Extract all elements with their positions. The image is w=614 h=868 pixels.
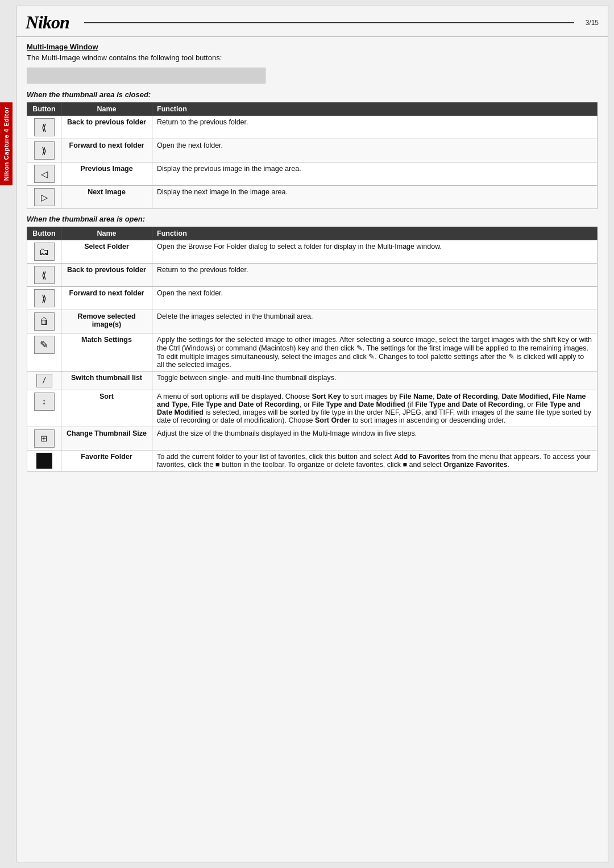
switch-thumbnail-icon: / bbox=[36, 374, 52, 387]
open-col-button: Button bbox=[27, 227, 61, 240]
nikon-logo: Nikon bbox=[26, 12, 69, 33]
btn-fwd-next-closed: ⟫ bbox=[27, 139, 61, 162]
name-remove-images: Remove selected image(s) bbox=[61, 310, 152, 333]
open-table: Button Name Function 🗂 Select Folder Ope… bbox=[27, 227, 598, 471]
name-fwd-next-open: Forward to next folder bbox=[61, 287, 152, 310]
name-favorite-folder: Favorite Folder bbox=[61, 450, 152, 471]
btn-sort: ↕ bbox=[27, 390, 61, 427]
table-row: ⟪ Back to previous folder Return to the … bbox=[27, 264, 598, 287]
remove-images-icon: 🗑 bbox=[34, 312, 55, 331]
back-prev-open-icon: ⟪ bbox=[34, 266, 55, 284]
closed-table: Button Name Function ⟪ Back to previous … bbox=[27, 102, 598, 209]
prev-img-icon: ◁ bbox=[34, 165, 55, 183]
match-settings-icon: ✎ bbox=[34, 336, 55, 354]
closed-subtitle: When the thumbnail area is closed: bbox=[27, 90, 598, 99]
header-divider bbox=[84, 22, 574, 23]
section-title: Multi-Image Window bbox=[27, 43, 598, 51]
table-row: 🗑 Remove selected image(s) Delete the im… bbox=[27, 310, 598, 333]
func-match-settings: Apply the settings for the selected imag… bbox=[152, 333, 598, 372]
func-favorite-folder: To add the current folder to your list o… bbox=[152, 450, 598, 471]
func-sort: A menu of sort options will be displayed… bbox=[152, 390, 598, 427]
table-row: ⟫ Forward to next folder Open the next f… bbox=[27, 139, 598, 162]
closed-col-button: Button bbox=[27, 103, 61, 116]
func-back-prev-closed: Return to the previous folder. bbox=[152, 116, 598, 139]
fwd-next-icon: ⟫ bbox=[34, 141, 55, 160]
open-subtitle: When the thumbnail area is open: bbox=[27, 215, 598, 223]
func-back-prev-open: Return to the previous folder. bbox=[152, 264, 598, 287]
open-col-function: Function bbox=[152, 227, 598, 240]
table-row: 🗂 Select Folder Open the Browse For Fold… bbox=[27, 240, 598, 264]
back-prev-icon: ⟪ bbox=[34, 118, 55, 136]
fwd-next-open-icon: ⟫ bbox=[34, 289, 55, 307]
name-change-thumb-size: Change Thumbnail Size bbox=[61, 427, 152, 450]
name-fwd-next-closed: Forward to next folder bbox=[61, 139, 152, 162]
page-number: 3/15 bbox=[586, 19, 599, 27]
btn-match-settings: ✎ bbox=[27, 333, 61, 372]
table-row: ✎ Match Settings Apply the settings for … bbox=[27, 333, 598, 372]
closed-col-function: Function bbox=[152, 103, 598, 116]
content-area: Multi-Image Window The Multi-Image windo… bbox=[16, 37, 608, 862]
name-sort: Sort bbox=[61, 390, 152, 427]
table-row: Favorite Folder To add the current folde… bbox=[27, 450, 598, 471]
table-row: / Switch thumbnail list Toggle between s… bbox=[27, 372, 598, 390]
func-fwd-next-open: Open the next folder. bbox=[152, 287, 598, 310]
table-row: ⊞ Change Thumbnail Size Adjust the size … bbox=[27, 427, 598, 450]
header: Nikon 3/15 bbox=[16, 6, 608, 37]
btn-back-prev-closed: ⟪ bbox=[27, 116, 61, 139]
select-folder-icon: 🗂 bbox=[34, 243, 55, 261]
func-change-thumb-size: Adjust the size of the thumbnails displa… bbox=[152, 427, 598, 450]
side-tab-area: Nikon Capture 4 Editor bbox=[0, 0, 16, 868]
favorite-folder-icon bbox=[36, 453, 52, 469]
func-remove-images: Delete the images selected in the thumbn… bbox=[152, 310, 598, 333]
main-content: Nikon 3/15 Multi-Image Window The Multi-… bbox=[16, 6, 608, 862]
func-select-folder: Open the Browse For Folder dialog to sel… bbox=[152, 240, 598, 264]
open-col-name: Name bbox=[61, 227, 152, 240]
btn-remove-images: 🗑 bbox=[27, 310, 61, 333]
btn-fwd-next-open: ⟫ bbox=[27, 287, 61, 310]
name-next-img-closed: Next Image bbox=[61, 186, 152, 209]
name-select-folder: Select Folder bbox=[61, 240, 152, 264]
name-prev-img-closed: Previous Image bbox=[61, 162, 152, 186]
next-img-icon: ▷ bbox=[34, 188, 55, 206]
func-prev-img-closed: Display the previous image in the image … bbox=[152, 162, 598, 186]
table-row: ◁ Previous Image Display the previous im… bbox=[27, 162, 598, 186]
table-row: ⟫ Forward to next folder Open the next f… bbox=[27, 287, 598, 310]
btn-favorite-folder bbox=[27, 450, 61, 471]
btn-next-img-closed: ▷ bbox=[27, 186, 61, 209]
func-switch-thumbnail: Toggle between single- and multi-line th… bbox=[152, 372, 598, 390]
btn-switch-thumbnail: / bbox=[27, 372, 61, 390]
side-tab-label: Nikon Capture 4 Editor bbox=[0, 102, 13, 185]
btn-change-thumb-size: ⊞ bbox=[27, 427, 61, 450]
table-row: ↕ Sort A menu of sort options will be di… bbox=[27, 390, 598, 427]
name-back-prev-closed: Back to previous folder bbox=[61, 116, 152, 139]
btn-back-prev-open: ⟪ bbox=[27, 264, 61, 287]
table-row: ▷ Next Image Display the next image in t… bbox=[27, 186, 598, 209]
sort-icon: ↕ bbox=[34, 393, 55, 411]
table-row: ⟪ Back to previous folder Return to the … bbox=[27, 116, 598, 139]
btn-select-folder: 🗂 bbox=[27, 240, 61, 264]
closed-col-name: Name bbox=[61, 103, 152, 116]
name-back-prev-open: Back to previous folder bbox=[61, 264, 152, 287]
func-next-img-closed: Display the next image in the image area… bbox=[152, 186, 598, 209]
section-desc: The Multi-Image window contains the foll… bbox=[27, 53, 598, 62]
func-fwd-next-closed: Open the next folder. bbox=[152, 139, 598, 162]
btn-prev-img-closed: ◁ bbox=[27, 162, 61, 186]
name-match-settings: Match Settings bbox=[61, 333, 152, 372]
name-switch-thumbnail: Switch thumbnail list bbox=[61, 372, 152, 390]
toolbar-placeholder bbox=[27, 68, 265, 84]
change-thumb-size-icon: ⊞ bbox=[34, 429, 55, 448]
